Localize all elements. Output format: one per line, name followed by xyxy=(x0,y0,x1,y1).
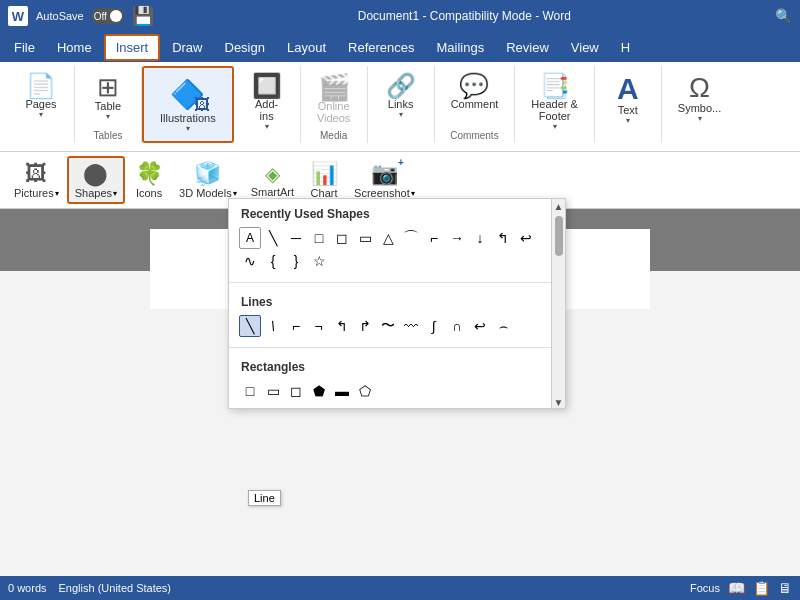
header-footer-label: Header &Footer xyxy=(531,98,577,122)
addins-label: Add-ins xyxy=(255,98,278,122)
chart-icon: 📊 xyxy=(311,161,338,187)
scroll-thumb[interactable] xyxy=(555,216,563,256)
menu-design[interactable]: Design xyxy=(215,36,275,59)
shape-item-triangle[interactable]: △ xyxy=(377,227,399,249)
shape-item-text[interactable]: A xyxy=(239,227,261,249)
shape-line-9[interactable]: ∫ xyxy=(423,315,445,337)
language-label: English (United States) xyxy=(59,582,172,594)
autosave-toggle[interactable]: Off xyxy=(92,8,124,24)
symbol-button[interactable]: Ω Symbo... ▾ xyxy=(670,70,729,127)
shape-line-10[interactable]: ∩ xyxy=(446,315,468,337)
shape-rect-1[interactable]: □ xyxy=(239,380,261,402)
menu-home[interactable]: Home xyxy=(47,36,102,59)
scroll-down-arrow[interactable]: ▼ xyxy=(554,397,564,408)
text-icon: A xyxy=(617,74,639,104)
menu-review[interactable]: Review xyxy=(496,36,559,59)
view-icon-1[interactable]: 📖 xyxy=(728,580,745,596)
shape-item-rect3[interactable]: ▭ xyxy=(354,227,376,249)
media-group-label: Media xyxy=(320,130,347,141)
ribbon-groups: 📄 Pages ▾ ⊞ Table ▾ Tables 🔷 🖼 Illustr xyxy=(8,66,792,143)
ribbon-group-online-videos: 🎬 OnlineVideos Media xyxy=(301,66,368,143)
shape-item-brace-close[interactable]: } xyxy=(285,250,307,272)
menu-insert[interactable]: Insert xyxy=(104,34,161,61)
menu-references[interactable]: References xyxy=(338,36,424,59)
menu-mailings[interactable]: Mailings xyxy=(427,36,495,59)
shape-rect-2[interactable]: ▭ xyxy=(262,380,284,402)
screenshot-add-icon: + xyxy=(398,157,404,168)
save-icon[interactable]: 💾 xyxy=(132,5,154,27)
shape-line-12[interactable]: ⌢ xyxy=(492,315,514,337)
shapes-label: Shapes xyxy=(75,187,112,199)
text-button[interactable]: A Text ▾ xyxy=(603,70,653,129)
shapes-button[interactable]: ⬤ Shapes ▾ xyxy=(67,156,125,204)
shape-item-rect2[interactable]: ◻ xyxy=(331,227,353,249)
shape-line-11[interactable]: ↩ xyxy=(469,315,491,337)
view-icon-2[interactable]: 📋 xyxy=(753,580,770,596)
links-arrow: ▾ xyxy=(399,110,403,119)
3d-models-button[interactable]: 🧊 3D Models ▾ xyxy=(173,158,243,202)
online-videos-icon: 🎬 xyxy=(318,74,350,100)
menu-draw[interactable]: Draw xyxy=(162,36,212,59)
pages-button[interactable]: 📄 Pages ▾ xyxy=(16,70,66,123)
pictures-button[interactable]: 🖼 Pictures ▾ xyxy=(8,158,65,202)
shape-line-6[interactable]: ↰ xyxy=(354,315,376,337)
shape-rect-5[interactable]: ▬ xyxy=(331,380,353,402)
pictures-label: Pictures xyxy=(14,187,54,199)
table-button[interactable]: ⊞ Table ▾ xyxy=(83,70,133,125)
shape-line-4[interactable]: ⌐ xyxy=(308,315,330,337)
view-icon-3[interactable]: 🖥 xyxy=(778,580,792,596)
header-footer-button[interactable]: 📑 Header &Footer ▾ xyxy=(523,70,585,135)
shape-line-5[interactable]: ↰ xyxy=(331,315,353,337)
online-videos-button[interactable]: 🎬 OnlineVideos xyxy=(309,70,359,128)
text-label: Text xyxy=(618,104,638,116)
shape-line-7[interactable]: 〜 xyxy=(377,315,399,337)
shape-item-arrow-turn[interactable]: ↰ xyxy=(492,227,514,249)
pages-label: Pages xyxy=(25,98,56,110)
illustrations-overlay-icon: 🖼 xyxy=(194,96,210,114)
shape-item-rect1[interactable]: □ xyxy=(308,227,330,249)
shape-rect-3[interactable]: ◻ xyxy=(285,380,307,402)
shape-item-curve1[interactable]: ⌒ xyxy=(400,227,422,249)
shape-item-arrow-right[interactable]: → xyxy=(446,227,468,249)
shape-item-line2[interactable]: ─ xyxy=(285,227,307,249)
shape-rect-4[interactable]: ⬟ xyxy=(308,380,330,402)
screenshot-arrow: ▾ xyxy=(411,189,415,198)
shape-item-brace-open[interactable]: { xyxy=(262,250,284,272)
dropdown-scrollbar[interactable]: ▲ ▼ xyxy=(551,199,565,408)
links-button[interactable]: 🔗 Links ▾ xyxy=(376,70,426,123)
shape-item-loop[interactable]: ↩ xyxy=(515,227,537,249)
shape-line-2[interactable]: \ xyxy=(260,315,286,337)
shape-rect-6[interactable]: ⬠ xyxy=(354,380,376,402)
search-icon[interactable]: 🔍 xyxy=(775,8,792,24)
ribbon-group-addins: 🔲 Add-ins ▾ xyxy=(234,66,301,143)
shape-item-wave1[interactable]: ∿ xyxy=(239,250,261,272)
autosave-label: AutoSave xyxy=(36,10,84,22)
menu-more[interactable]: H xyxy=(611,36,640,59)
smartart-icon: ◈ xyxy=(265,162,280,186)
addins-button[interactable]: 🔲 Add-ins ▾ xyxy=(242,70,292,135)
shape-item-star[interactable]: ☆ xyxy=(308,250,330,272)
shape-line-8[interactable]: 〰 xyxy=(400,315,422,337)
section-divider-1 xyxy=(229,282,551,283)
comment-button[interactable]: 💬 Comment xyxy=(443,70,507,114)
lines-header: Lines xyxy=(229,287,551,313)
recently-used-header: Recently Used Shapes xyxy=(229,199,551,225)
illustrations-button[interactable]: 🔷 🖼 Illustrations ▾ xyxy=(152,72,224,137)
title-text: Document1 - Compatibility Mode - Word xyxy=(162,9,767,23)
shape-line-diagonal[interactable]: ╲ xyxy=(239,315,261,337)
status-right-area: Focus 📖 📋 🖥 xyxy=(690,580,792,596)
menu-view[interactable]: View xyxy=(561,36,609,59)
menu-file[interactable]: File xyxy=(4,36,45,59)
shape-item-line1[interactable]: ╲ xyxy=(262,227,284,249)
chart-button[interactable]: 📊 Chart xyxy=(302,158,346,202)
focus-label[interactable]: Focus xyxy=(690,582,720,594)
smartart-button[interactable]: ◈ SmartArt xyxy=(245,159,300,201)
screenshot-button[interactable]: 📷 + Screenshot ▾ xyxy=(348,158,421,202)
icons-button[interactable]: 🍀 Icons xyxy=(127,158,171,202)
shape-item-angle1[interactable]: ⌐ xyxy=(423,227,445,249)
shape-line-3[interactable]: ⌐ xyxy=(285,315,307,337)
scroll-up-arrow[interactable]: ▲ xyxy=(554,201,564,212)
section-divider-2 xyxy=(229,347,551,348)
menu-layout[interactable]: Layout xyxy=(277,36,336,59)
shape-item-arrow-down[interactable]: ↓ xyxy=(469,227,491,249)
